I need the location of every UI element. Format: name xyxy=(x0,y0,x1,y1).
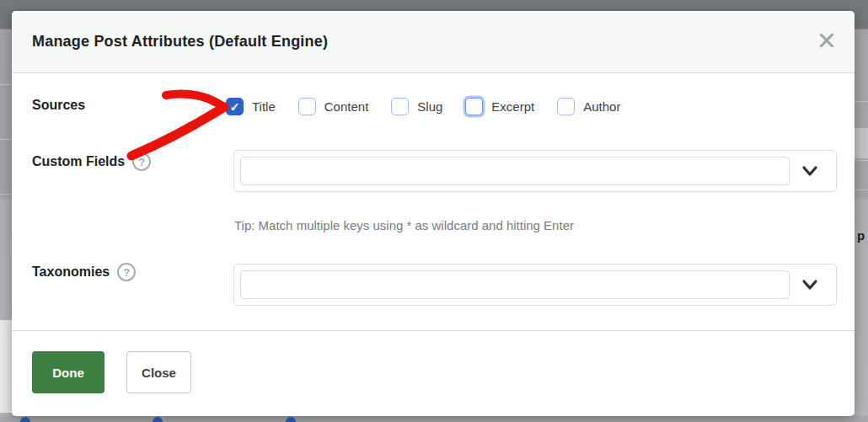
taxonomies-combobox xyxy=(233,264,837,306)
source-option-slug[interactable]: ✓ Slug xyxy=(391,98,442,115)
background-row-divider xyxy=(855,160,868,161)
footer-divider xyxy=(12,330,855,331)
close-icon[interactable]: × xyxy=(817,24,836,56)
close-button[interactable]: Close xyxy=(126,351,191,393)
checkbox-excerpt[interactable]: ✓ xyxy=(465,98,483,115)
checkbox-slug[interactable]: ✓ xyxy=(391,98,409,115)
help-icon[interactable]: ? xyxy=(132,152,151,171)
taxonomies-input[interactable] xyxy=(240,270,790,299)
checkbox-label[interactable]: Excerpt xyxy=(491,99,534,114)
custom-fields-combobox xyxy=(233,150,837,192)
checkbox-content[interactable]: ✓ xyxy=(298,98,316,115)
background-row-divider xyxy=(0,84,12,85)
custom-fields-input[interactable] xyxy=(240,157,790,185)
checkbox-label[interactable]: Author xyxy=(583,99,620,114)
source-option-author[interactable]: ✓ Author xyxy=(557,98,620,115)
taxonomies-label: Taxonomies ? xyxy=(32,263,136,281)
help-icon[interactable]: ? xyxy=(117,263,136,281)
sources-label: Sources xyxy=(32,98,85,113)
custom-fields-label: Custom Fields ? xyxy=(32,152,151,171)
background-row-divider xyxy=(855,101,868,102)
checkbox-label[interactable]: Title xyxy=(252,99,276,114)
checkbox-author[interactable]: ✓ xyxy=(557,98,575,115)
source-option-content[interactable]: ✓ Content xyxy=(298,98,369,115)
source-option-title[interactable]: ✓ Title xyxy=(226,98,276,115)
check-icon: ✓ xyxy=(230,101,240,113)
background-partial-text: p xyxy=(857,228,865,243)
dialog-header: Manage Post Attributes (Default Engine) … xyxy=(12,11,855,73)
manage-post-attributes-dialog: Manage Post Attributes (Default Engine) … xyxy=(12,11,855,416)
checkbox-label[interactable]: Slug xyxy=(417,99,442,114)
background-panel-edge xyxy=(0,320,12,413)
chevron-down-icon[interactable] xyxy=(790,275,830,294)
background-blue-dot xyxy=(20,417,30,422)
background-blue-dot xyxy=(286,417,296,422)
sources-options: ✓ Title ✓ Content ✓ Slug ✓ Excerpt ✓ Aut… xyxy=(226,98,643,115)
custom-fields-tip: Tip: Match multiple keys using * as wild… xyxy=(234,218,574,232)
checkbox-title[interactable]: ✓ xyxy=(226,98,244,115)
checkbox-label[interactable]: Content xyxy=(324,99,369,114)
background-blue-dot xyxy=(153,417,163,422)
background-row-divider xyxy=(0,194,12,195)
background-table-header-edge: p xyxy=(855,128,868,158)
screen: p Manage Post Attributes (Default Engine… xyxy=(0,0,868,422)
dialog-title: Manage Post Attributes (Default Engine) xyxy=(32,33,328,51)
background-row-divider xyxy=(855,190,868,190)
background-page-right-edge: p xyxy=(855,29,868,417)
source-option-excerpt[interactable]: ✓ Excerpt xyxy=(465,98,534,115)
background-row-divider xyxy=(0,139,12,140)
chevron-down-icon[interactable] xyxy=(790,162,830,180)
done-button[interactable]: Done xyxy=(32,351,104,393)
background-page-left-edge xyxy=(0,29,12,417)
